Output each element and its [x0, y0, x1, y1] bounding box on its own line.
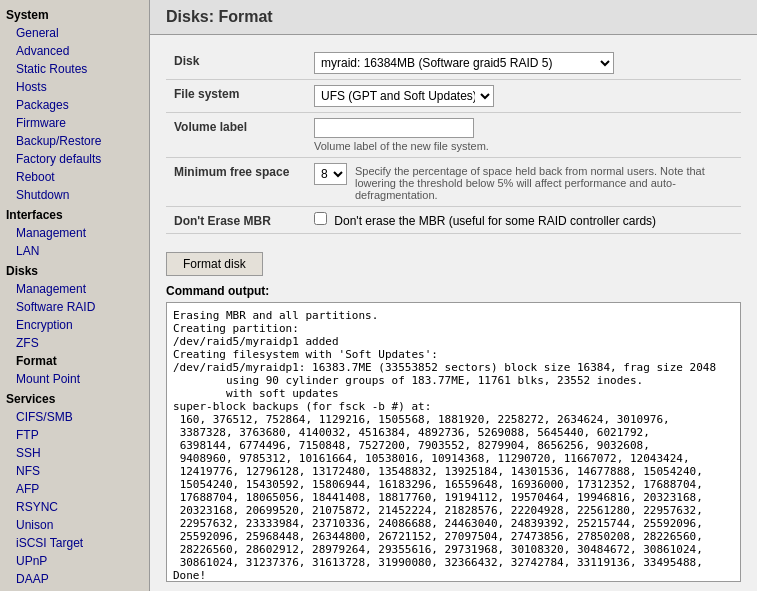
sidebar-item-shutdown[interactable]: Shutdown: [0, 186, 149, 204]
sidebar-item-afp[interactable]: AFP: [0, 480, 149, 498]
volume-label-input[interactable]: [314, 118, 474, 138]
min-free-select[interactable]: 8: [314, 163, 347, 185]
dont-erase-text: Don't erase the MBR (useful for some RAI…: [334, 214, 656, 228]
sidebar-section-disks: Disks: [0, 260, 149, 280]
filesystem-select[interactable]: UFS (GPT and Soft Updates): [314, 85, 494, 107]
sidebar-item-firmware[interactable]: Firmware: [0, 114, 149, 132]
sidebar-item-iscsi-target[interactable]: iSCSI Target: [0, 534, 149, 552]
sidebar-item-factory-defaults[interactable]: Factory defaults: [0, 150, 149, 168]
format-disk-button[interactable]: Format disk: [166, 252, 263, 276]
sidebar-section-system: System: [0, 4, 149, 24]
sidebar-item-encryption[interactable]: Encryption: [0, 316, 149, 334]
sidebar-item-daap[interactable]: DAAP: [0, 570, 149, 588]
sidebar-item-hosts[interactable]: Hosts: [0, 78, 149, 96]
page-title: Disks: Format: [150, 0, 757, 35]
dont-erase-label: Don't Erase MBR: [166, 207, 306, 234]
sidebar-item-lan[interactable]: LAN: [0, 242, 149, 260]
sidebar-item-format[interactable]: Format: [0, 352, 149, 370]
sidebar-section-interfaces: Interfaces: [0, 204, 149, 224]
sidebar-item-upnp[interactable]: UPnP: [0, 552, 149, 570]
sidebar-item-ssh[interactable]: SSH: [0, 444, 149, 462]
volume-label-label: Volume label: [166, 113, 306, 158]
sidebar-item-if-management[interactable]: Management: [0, 224, 149, 242]
sidebar-item-mount-point[interactable]: Mount Point: [0, 370, 149, 388]
min-free-label: Minimum free space: [166, 158, 306, 207]
dont-erase-checkbox[interactable]: [314, 212, 327, 225]
volume-label-hint: Volume label of the new file system.: [314, 140, 733, 152]
filesystem-label: File system: [166, 80, 306, 113]
sidebar-item-disk-management[interactable]: Management: [0, 280, 149, 298]
sidebar-item-general[interactable]: General: [0, 24, 149, 42]
dont-erase-checkbox-label[interactable]: Don't erase the MBR (useful for some RAI…: [314, 214, 656, 228]
sidebar-item-rsync[interactable]: RSYNC: [0, 498, 149, 516]
sidebar-item-ftp[interactable]: FTP: [0, 426, 149, 444]
sidebar-item-backup-restore[interactable]: Backup/Restore: [0, 132, 149, 150]
sidebar-item-cifs-smb[interactable]: CIFS/SMB: [0, 408, 149, 426]
sidebar-item-static-routes[interactable]: Static Routes: [0, 60, 149, 78]
sidebar-item-software-raid[interactable]: Software RAID: [0, 298, 149, 316]
disk-select[interactable]: myraid: 16384MB (Software graid5 RAID 5): [314, 52, 614, 74]
main-content: Disks: Format Disk myraid: 16384MB (Soft…: [150, 0, 757, 591]
command-output-label: Command output:: [166, 284, 741, 298]
sidebar-item-advanced[interactable]: Advanced: [0, 42, 149, 60]
disk-label: Disk: [166, 47, 306, 80]
sidebar-item-zfs[interactable]: ZFS: [0, 334, 149, 352]
sidebar-item-reboot[interactable]: Reboot: [0, 168, 149, 186]
sidebar-item-unison[interactable]: Unison: [0, 516, 149, 534]
sidebar-item-packages[interactable]: Packages: [0, 96, 149, 114]
sidebar-item-nfs[interactable]: NFS: [0, 462, 149, 480]
sidebar-section-services: Services: [0, 388, 149, 408]
min-free-hint: Specify the percentage of space held bac…: [355, 165, 733, 201]
command-output: Erasing MBR and all partitions. Creating…: [166, 302, 741, 582]
sidebar: SystemGeneralAdvancedStatic RoutesHostsP…: [0, 0, 150, 591]
